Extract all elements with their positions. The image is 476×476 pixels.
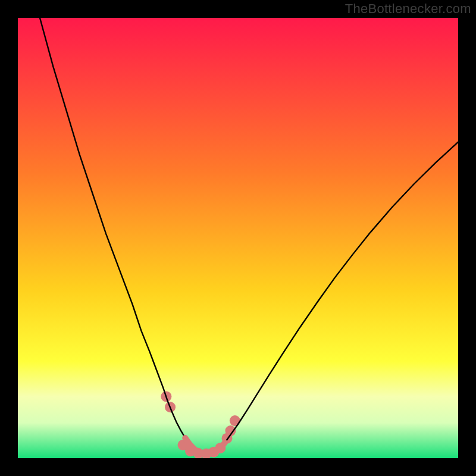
bottleneck-chart xyxy=(18,18,458,458)
plot-area xyxy=(18,18,458,458)
background-gradient xyxy=(18,18,458,458)
chart-frame: TheBottlenecker.com xyxy=(0,0,476,476)
watermark-text: TheBottlenecker.com xyxy=(345,1,471,17)
